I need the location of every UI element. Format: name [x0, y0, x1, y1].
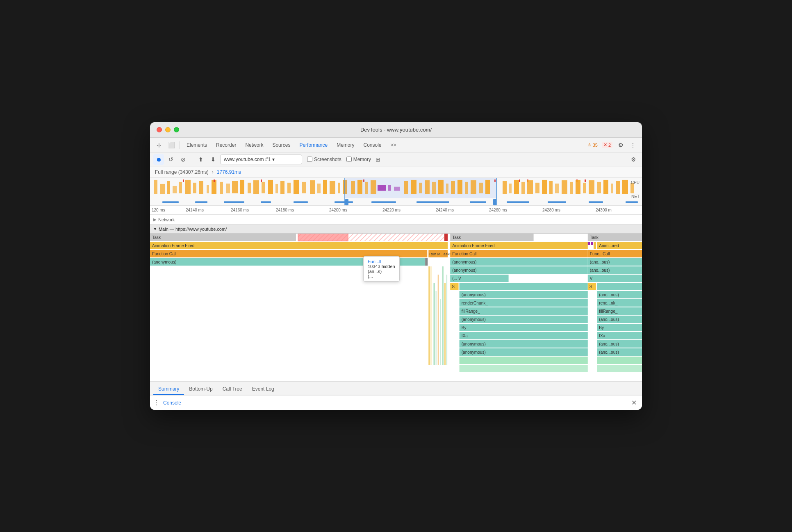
memory-checkbox[interactable] [346, 157, 352, 162]
svg-rect-131 [450, 266, 588, 274]
maximize-button[interactable] [174, 127, 179, 132]
svg-rect-42 [351, 181, 355, 194]
scale-24200: 24200 ms [329, 208, 347, 212]
tooltip-line1: Fun...ll [368, 259, 395, 264]
tab-sources[interactable]: Sources [268, 139, 294, 151]
svg-rect-103 [450, 234, 533, 241]
svg-rect-6 [185, 180, 191, 194]
full-range-label: Full range (34307.26ms) [155, 169, 209, 175]
svg-rect-57 [457, 180, 462, 194]
tab-recorder[interactable]: Recorder [212, 139, 240, 151]
svg-rect-153 [460, 307, 588, 315]
svg-rect-141 [460, 283, 588, 290]
svg-rect-12 [226, 184, 230, 193]
download-button[interactable]: ⬇ [208, 154, 218, 165]
svg-rect-4 [173, 186, 177, 193]
bottom-tab-bar: Summary Bottom-Up Call Tree Event Log [150, 381, 642, 395]
close-console-button[interactable]: ✕ [629, 398, 639, 408]
svg-rect-23 [302, 182, 306, 193]
scale-24220: 24220 ms [382, 208, 401, 212]
svg-text:By: By [599, 325, 604, 330]
svg-rect-60 [479, 183, 483, 193]
console-bar: ⋮ Console ✕ [150, 395, 642, 410]
warning-icon: ⚠ [587, 142, 592, 148]
flame-tooltip: Fun...ll 10343 hidden (an...s) (... [363, 256, 400, 282]
tab-memory[interactable]: Memory [332, 139, 358, 151]
warning-count: 35 [593, 143, 598, 148]
minimize-button[interactable] [165, 127, 171, 132]
settings-icon[interactable]: ⚙ [615, 139, 626, 151]
svg-text:Task: Task [152, 235, 161, 240]
svg-text:fillRange_: fillRange_ [599, 309, 618, 314]
svg-rect-126 [425, 258, 428, 266]
flame-chart-body[interactable]: Task Task Task [150, 234, 642, 381]
tab-performance[interactable]: Performance [295, 139, 332, 151]
device-toolbar-icon[interactable]: ⬜ [166, 139, 177, 151]
svg-rect-165 [460, 332, 588, 339]
collapse-arrow-icon: ▼ [153, 227, 157, 231]
cpu-label: CPU [631, 180, 640, 185]
console-menu-icon[interactable]: ⋮ [153, 399, 160, 407]
svg-rect-58 [465, 182, 468, 194]
svg-text:(ano...ous): (ano...ous) [590, 268, 610, 273]
more-options-icon[interactable]: ⋮ [627, 139, 639, 151]
memory-extra-icon[interactable]: ⊞ [373, 154, 383, 165]
screenshots-toggle[interactable]: Screenshots [307, 157, 341, 162]
network-section[interactable]: ▶ Network [150, 215, 642, 225]
svg-rect-180 [597, 365, 642, 372]
svg-rect-67 [535, 183, 539, 193]
clear-button[interactable]: ⊘ [178, 154, 189, 165]
memory-toggle[interactable]: Memory [346, 157, 371, 162]
svg-rect-11 [220, 182, 223, 194]
svg-rect-145 [460, 291, 588, 298]
tab-elements[interactable]: Elements [182, 139, 211, 151]
svg-rect-185 [438, 275, 439, 365]
svg-text:Run M...asks: Run M...asks [429, 252, 451, 256]
svg-rect-74 [583, 183, 586, 193]
svg-rect-157 [460, 316, 588, 323]
svg-rect-5 [179, 182, 182, 193]
svg-rect-142 [588, 283, 596, 290]
svg-rect-61 [485, 180, 490, 194]
tab-more[interactable]: >> [387, 139, 401, 151]
svg-rect-91 [507, 201, 529, 203]
console-label[interactable]: Console [163, 400, 181, 406]
svg-rect-122 [588, 250, 642, 257]
close-button[interactable] [157, 127, 162, 132]
svg-rect-59 [471, 180, 476, 194]
timeline-overview[interactable]: CPU NET [150, 178, 642, 206]
scale-120: 120 ms [152, 208, 165, 212]
svg-rect-14 [240, 180, 244, 194]
inspect-icon[interactable]: ⊹ [153, 139, 165, 151]
svg-rect-175 [597, 348, 642, 356]
record-button[interactable]: ⏺ [153, 154, 164, 165]
svg-rect-7 [193, 183, 196, 193]
screenshots-checkbox[interactable] [307, 157, 312, 162]
performance-toolbar: ⏺ ↺ ⊘ ⬆ ⬇ www.youtube.com #1 ▾ Screensho… [150, 152, 642, 166]
svg-text:Function Call: Function Call [452, 252, 476, 256]
svg-text:(ano...ous): (ano...ous) [599, 350, 619, 355]
svg-rect-129 [588, 258, 642, 266]
svg-rect-33 [310, 180, 315, 194]
tab-event-log[interactable]: Event Log [247, 384, 279, 395]
tab-network[interactable]: Network [241, 139, 267, 151]
svg-rect-64 [514, 180, 519, 194]
svg-rect-137 [588, 275, 642, 282]
svg-text:(anonymous): (anonymous) [452, 268, 476, 273]
svg-rect-18 [268, 180, 273, 194]
toolbar-settings-icon[interactable]: ⚙ [628, 154, 639, 165]
tab-call-tree[interactable]: Call Tree [218, 384, 247, 395]
tab-bottom-up[interactable]: Bottom-Up [184, 384, 217, 395]
upload-button[interactable]: ⬆ [196, 154, 206, 165]
svg-text:renderChunk_: renderChunk_ [462, 301, 488, 305]
tab-summary[interactable]: Summary [153, 384, 184, 395]
svg-rect-48 [394, 187, 400, 191]
svg-rect-102 [444, 234, 448, 241]
reload-button[interactable]: ↺ [166, 154, 176, 165]
url-selector[interactable]: www.youtube.com #1 ▾ [220, 155, 302, 164]
tab-console[interactable]: Console [359, 139, 385, 151]
svg-rect-78 [611, 184, 613, 193]
svg-rect-105 [588, 234, 642, 241]
svg-rect-184 [436, 291, 437, 365]
net-label: NET [631, 194, 640, 199]
